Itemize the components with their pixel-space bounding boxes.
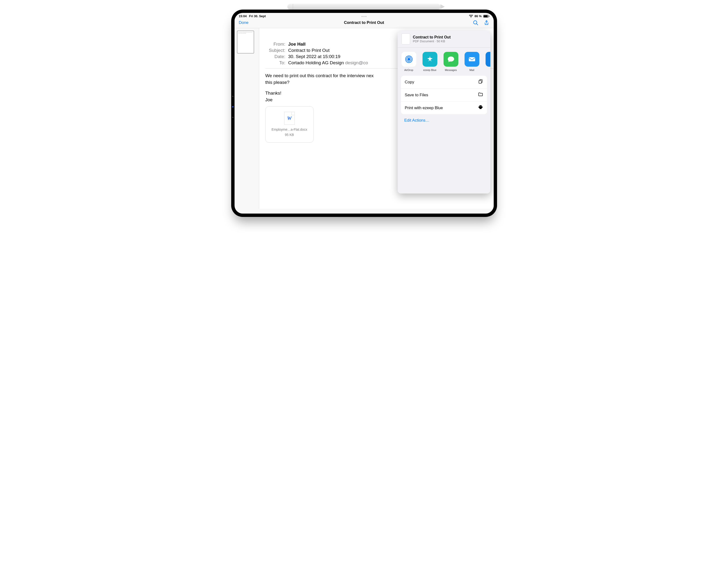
outlook-icon: O [486,52,490,67]
share-button[interactable] [484,20,489,26]
from-label: From: [265,41,285,47]
share-app-messages[interactable]: Messages [444,52,458,71]
share-icon [484,20,489,26]
share-app-label: Mail [469,69,474,71]
share-actions-group: Copy Save to Files Print with ezeep Blue [401,76,487,114]
share-apps-row[interactable]: AirDrop ezeep Blue Messages [398,47,490,74]
wifi-icon [469,15,473,18]
airdrop-icon [402,52,416,67]
share-app-airdrop[interactable]: AirDrop [402,52,416,71]
share-sheet: Contract to Print Out PDF Document · 50 … [398,31,490,194]
mail-icon [464,52,479,67]
svg-point-8 [408,58,410,61]
status-time: 15:04 [239,14,247,18]
printer-icon [478,105,483,111]
battery-icon [483,15,489,18]
messages-icon [444,52,458,67]
share-action-copy[interactable]: Copy [401,76,487,89]
date-label: Date: [265,54,285,59]
svg-line-4 [477,24,478,25]
edit-actions-link[interactable]: Edit Actions… [398,114,490,127]
word-doc-icon: W [284,112,295,125]
share-app-label: ezeep Blue [423,69,437,71]
share-title: Contract to Print Out [413,35,451,39]
share-sheet-header: Contract to Print Out PDF Document · 50 … [398,31,490,47]
page-thumbnail[interactable]: ▬▬ ▬▬▬ ▬ ▬▬▬▬ ▬▬ ▬▬▬ ▬ ▬▬ ▬▬▬ ▬▬▬ ▬▬ ▬▬ [237,31,254,54]
share-doc-thumb [402,33,410,44]
multitasking-handle[interactable] [360,15,368,18]
ezeep-icon [422,52,437,67]
search-icon [473,20,478,26]
apple-pencil [287,4,441,9]
folder-icon [478,92,483,98]
to-name: Cortado Holding AG Design [288,60,344,65]
share-action-label: Save to Files [405,93,428,98]
svg-rect-9 [469,57,475,61]
share-action-print-ezeep[interactable]: Print with ezeep Blue [401,102,487,114]
done-button[interactable]: Done [239,20,249,25]
svg-rect-2 [489,15,489,17]
screen: 15:04 Fri 30. Sept 86 % Done [235,13,494,213]
subject-label: Subject: [265,48,285,53]
page-title: Contract to Print Out [235,20,494,25]
attachment-card[interactable]: W Employme…a-Flat.docx 95 KB [265,106,314,143]
attachment-filesize: 95 KB [285,132,294,137]
share-subtitle: PDF Document · 50 KB [413,39,451,43]
copy-icon [478,79,483,85]
frame-dot [232,96,234,97]
share-app-label: Messages [445,69,457,71]
share-app-label: AirDrop [404,69,413,71]
frame-dot [232,106,234,107]
status-date: Fri 30. Sept [249,14,266,18]
nav-bar: Done Contract to Print Out [235,19,494,28]
thumbnail-rail: ▬▬ ▬▬▬ ▬ ▬▬▬▬ ▬▬ ▬▬▬ ▬ ▬▬ ▬▬▬ ▬▬▬ ▬▬ ▬▬ [235,28,259,209]
to-label: To: [265,60,285,65]
share-app-ezeep[interactable]: ezeep Blue [422,52,437,71]
share-action-label: Print with ezeep Blue [405,106,443,110]
share-app-mail[interactable]: Mail [464,52,479,71]
ipad-frame: 15:04 Fri 30. Sept 86 % Done [231,9,497,217]
frame-dot [232,116,234,118]
to-address: design@co [345,60,368,65]
share-app-outlook[interactable]: O O [486,52,490,71]
svg-rect-13 [479,80,481,83]
share-action-label: Copy [405,80,414,84]
share-action-save-to-files[interactable]: Save to Files [401,89,487,102]
search-button[interactable] [473,20,478,26]
svg-rect-1 [484,15,488,17]
attachment-filename: Employme…a-Flat.docx [272,127,307,132]
status-battery-pct: 86 % [475,14,482,18]
